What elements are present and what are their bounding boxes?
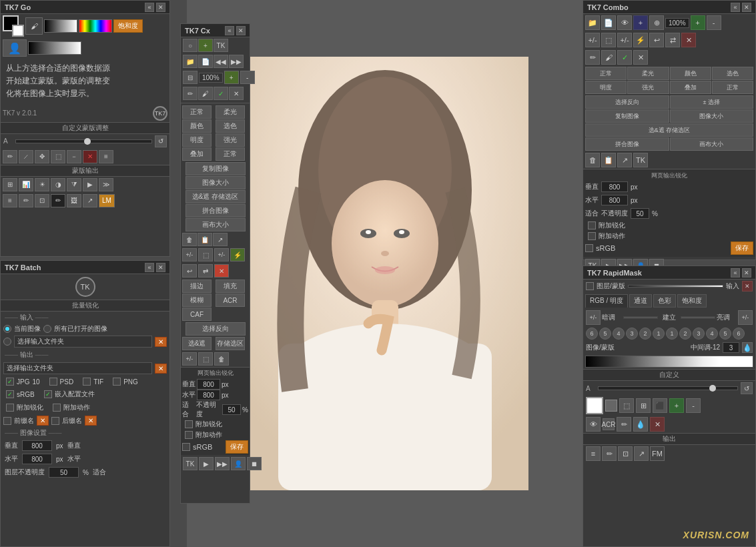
batch-radio-folder[interactable]: [3, 338, 11, 346]
cx-fill[interactable]: 填充: [216, 280, 245, 293]
combo-tk2[interactable]: TK: [633, 153, 648, 167]
tool-x[interactable]: ✕: [83, 150, 97, 163]
tk7-logo[interactable]: TK7: [153, 106, 167, 121]
rapidmask-tab-color[interactable]: 色彩: [653, 294, 676, 308]
rapidmask-num-2r[interactable]: 2: [679, 328, 691, 340]
batch-radio-all[interactable]: [43, 325, 51, 333]
combo-merge[interactable]: 拼合图像: [585, 137, 669, 151]
out-tool-2[interactable]: 📊: [19, 178, 33, 191]
batch-tif-cb[interactable]: [83, 378, 91, 386]
rapidmask-plus-minus[interactable]: +/-: [586, 310, 601, 325]
combo-zoom-plus[interactable]: +: [691, 15, 705, 30]
custom-slider[interactable]: [15, 139, 152, 143]
combo-select[interactable]: 选色: [712, 67, 753, 80]
cx-sel-del[interactable]: 🗑: [214, 352, 229, 366]
rapidmask-tab-rgb[interactable]: RGB / 明度: [585, 294, 628, 308]
rapidmask-num-6r[interactable]: 6: [733, 328, 745, 340]
out2-tool-6[interactable]: ↗: [83, 194, 97, 207]
combo-folder[interactable]: 📁: [585, 15, 600, 30]
rapidmask-clear2[interactable]: ✕: [650, 417, 665, 432]
out-tool-a[interactable]: ≡: [586, 446, 601, 461]
cx-tool-tk[interactable]: TK: [214, 39, 228, 52]
out-tool-7[interactable]: ≫: [99, 178, 113, 191]
batch-embed-cb[interactable]: [44, 390, 52, 398]
batch-collapse[interactable]: «: [145, 263, 154, 272]
cx-collapse[interactable]: «: [225, 26, 234, 35]
tool-pen[interactable]: ✏: [3, 150, 17, 163]
combo-copyimg[interactable]: 复制图像: [585, 109, 669, 123]
cx-btn-tk[interactable]: TK: [183, 457, 198, 470]
out-tool-c[interactable]: ⊡: [618, 446, 633, 461]
combo-eye[interactable]: 👁: [617, 15, 632, 30]
cx-web-opacity-input[interactable]: [222, 404, 241, 415]
cx-btn-play[interactable]: ▶: [199, 457, 214, 470]
rapidmask-plus-minus2[interactable]: +/-: [738, 310, 753, 325]
cx-select[interactable]: 选色: [216, 119, 245, 133]
cx-nav-red[interactable]: ✕: [214, 264, 229, 278]
rapidmask-num-2l[interactable]: 2: [639, 328, 651, 340]
cx-web-plus[interactable]: +/-: [182, 248, 197, 261]
cx-zoom-plus[interactable]: +: [224, 71, 239, 84]
rapidmask-slider[interactable]: [598, 386, 738, 390]
rapidmask-tab-saturation[interactable]: 饱和度: [677, 294, 707, 308]
cx-normal[interactable]: 正常: [182, 105, 212, 119]
rapidmask-mask1[interactable]: ⬚: [619, 398, 634, 413]
cx-copyimg[interactable]: 复制图像: [185, 162, 246, 175]
out-tool-3[interactable]: ☀: [35, 178, 49, 191]
cx-tool-del[interactable]: 🗑: [182, 233, 197, 246]
rapidmask-clear-btn[interactable]: ✕: [742, 281, 753, 292]
rapidmask-tool1[interactable]: ✏: [617, 417, 631, 432]
rainbow-btn[interactable]: [79, 19, 112, 33]
combo-save-btn[interactable]: 保存: [731, 241, 753, 255]
rapidmask-num-6l[interactable]: 6: [586, 328, 598, 340]
cx-imgsize[interactable]: 图像大小: [185, 176, 246, 189]
cx-selrev[interactable]: 选择反向: [185, 322, 246, 336]
combo-copy2[interactable]: 📋: [601, 153, 616, 167]
combo-doc[interactable]: 📄: [601, 15, 616, 30]
batch-outfolder-input[interactable]: 选择输出文件夹: [3, 362, 152, 374]
cx-save-btn[interactable]: 保存: [226, 440, 248, 454]
combo-strengthen[interactable]: 强光: [627, 81, 669, 94]
cx-zoom-minus[interactable]: -: [240, 71, 255, 84]
rapidmask-plus-icon[interactable]: +: [669, 398, 684, 413]
out2-tool-1[interactable]: ≡: [3, 194, 17, 207]
combo-plus-special[interactable]: +: [633, 15, 648, 30]
rapidmask-white-swatch[interactable]: [586, 397, 603, 414]
tool-curve[interactable]: ⟋: [19, 150, 33, 163]
out-tool-b[interactable]: ✏: [602, 446, 617, 461]
combo-share[interactable]: ↗: [617, 153, 632, 167]
cx-caf[interactable]: CAF: [182, 308, 212, 321]
out2-tool-5[interactable]: 🖼: [67, 194, 81, 207]
rapidmask-mask3[interactable]: ⬛: [653, 398, 667, 413]
combo-sharpen-cb[interactable]: [588, 221, 596, 229]
combo-pen[interactable]: ✏: [585, 50, 600, 65]
combo-del[interactable]: 🗑: [585, 153, 600, 167]
tool-menu[interactable]: ≡: [99, 150, 113, 163]
combo-nav-in[interactable]: ↩: [649, 33, 664, 47]
rapidmask-slider-reset[interactable]: ↺: [741, 382, 753, 394]
cx-sel-and[interactable]: 选&遮: [182, 337, 212, 350]
rapidmask-num-4r[interactable]: 4: [706, 328, 718, 340]
rapidmask-minus-icon[interactable]: -: [686, 398, 701, 413]
combo-selrev[interactable]: 选择反向: [585, 95, 669, 109]
user-icon[interactable]: 👤: [3, 39, 27, 57]
cx-tool-copy[interactable]: 📋: [198, 233, 212, 246]
cx-draw-brush[interactable]: 🖌: [198, 87, 213, 100]
batch-sharpen-cb[interactable]: [6, 404, 14, 412]
out-tool-d[interactable]: ↗: [634, 446, 649, 461]
batch-horizontal-input[interactable]: [22, 454, 52, 464]
cx-sel-box[interactable]: ⬚: [198, 352, 213, 366]
tk7-go-close[interactable]: ✕: [156, 3, 165, 12]
combo-horizontal-input[interactable]: [601, 195, 628, 205]
cx-tool-circle[interactable]: ○: [183, 39, 198, 52]
combo-srgb-cb[interactable]: [585, 244, 593, 252]
slider-reset[interactable]: ↺: [155, 135, 167, 147]
out-tool-6[interactable]: ▶: [83, 178, 97, 191]
cx-nav-out[interactable]: ⇄: [198, 264, 213, 278]
cx-zoom-out[interactable]: ⊟: [183, 71, 198, 84]
rapidmask-collapse[interactable]: «: [731, 268, 740, 278]
cx-merge[interactable]: 拼合图像: [185, 204, 246, 217]
rapidmask-close[interactable]: ✕: [742, 268, 751, 278]
cx-strengthen[interactable]: 强光: [216, 133, 245, 147]
rapidmask-num-3r[interactable]: 3: [693, 328, 705, 340]
